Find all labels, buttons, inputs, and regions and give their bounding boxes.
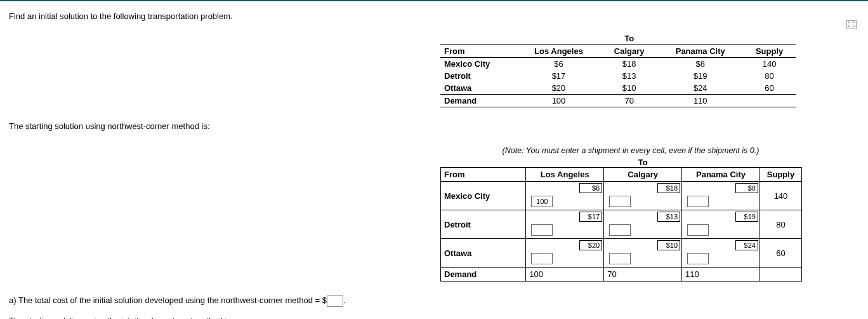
col-panama-2: Panama City: [682, 168, 760, 182]
col-supply-2: Supply: [760, 168, 801, 182]
col-la: Los Angeles: [516, 45, 601, 58]
to-header: To: [601, 32, 657, 45]
row-detroit-2: Detroit: [441, 210, 526, 239]
col-supply: Supply: [743, 45, 796, 58]
ship-detroit-panama[interactable]: [687, 224, 709, 236]
cost-ottawa-panama: $24: [735, 240, 758, 250]
ship-detroit-calgary[interactable]: [609, 224, 631, 236]
ship-ottawa-la[interactable]: [531, 253, 553, 264]
from-header: From: [440, 45, 516, 58]
cost-ottawa-calgary: $10: [657, 240, 680, 250]
row-detroit: Detroit: [440, 70, 516, 82]
ship-mexico-calgary[interactable]: [609, 196, 631, 207]
ship-mexico-panama[interactable]: [687, 196, 709, 207]
col-la-2: Los Angeles: [526, 168, 604, 182]
row-mexico: Mexico City: [440, 58, 516, 71]
row-ottawa-2: Ottawa: [441, 239, 526, 268]
input-note: (Note: You must enter a shipment in ever…: [440, 146, 821, 155]
demand-la: 100: [526, 268, 604, 282]
nw-corner-prompt: The starting solution using northwest-co…: [9, 121, 859, 131]
answer-a-suffix: .: [343, 295, 346, 305]
demand-panama: 110: [682, 268, 760, 282]
shipment-table: To From Los Angeles Calgary Panama City …: [440, 158, 802, 282]
row-demand: Demand: [440, 95, 516, 107]
cost-mexico-la: $6: [579, 183, 602, 193]
ship-mexico-la[interactable]: 100: [531, 196, 553, 207]
expand-icon[interactable]: ⛶: [846, 20, 857, 29]
supply-mexico: 140: [760, 182, 801, 210]
problem-prompt: Find an initial solution to the followin…: [9, 11, 859, 21]
cost-ottawa-la: $20: [579, 240, 602, 250]
col-calgary: Calgary: [601, 45, 657, 58]
answer-a-line: a) The total cost of the initial solutio…: [9, 295, 859, 307]
total-cost-input[interactable]: [327, 295, 343, 307]
row-mexico-2: Mexico City: [441, 182, 526, 210]
row-demand-2: Demand: [441, 268, 526, 282]
lowest-cost-prompt: The starting solution using the intuitiv…: [9, 316, 859, 319]
cost-mexico-calgary: $18: [657, 183, 680, 193]
col-panama: Panama City: [657, 45, 743, 58]
ship-detroit-la[interactable]: [531, 224, 553, 236]
row-ottawa: Ottawa: [440, 82, 516, 95]
cost-mexico-panama: $8: [735, 183, 758, 193]
from-header-2: From: [441, 168, 526, 182]
answer-a-prefix: a) The total cost of the initial solutio…: [9, 295, 327, 305]
ship-ottawa-panama[interactable]: [687, 253, 709, 264]
cost-detroit-calgary: $13: [657, 212, 680, 222]
cost-detroit-panama: $19: [735, 212, 758, 222]
supply-detroit: 80: [760, 210, 801, 239]
to-header-2: To: [604, 158, 682, 168]
col-calgary-2: Calgary: [604, 168, 682, 182]
demand-calgary: 70: [604, 268, 682, 282]
supply-ottawa: 60: [760, 239, 801, 268]
cost-detroit-la: $17: [579, 212, 602, 222]
cost-table: To From Los Angeles Calgary Panama City …: [440, 32, 796, 107]
ship-ottawa-calgary[interactable]: [609, 253, 631, 264]
